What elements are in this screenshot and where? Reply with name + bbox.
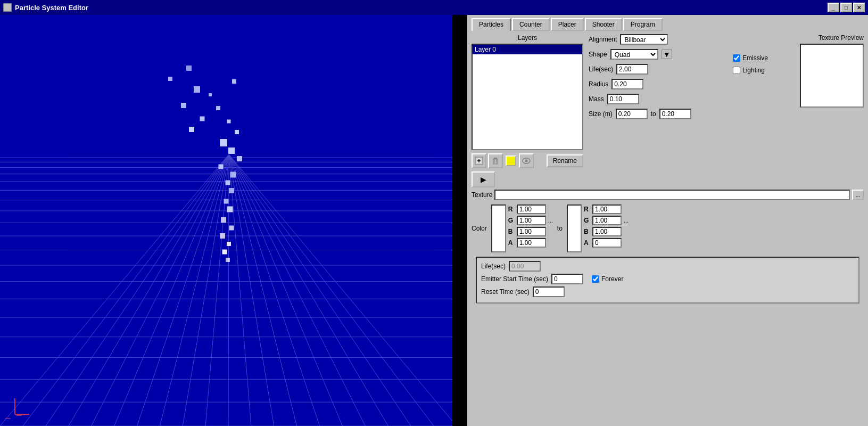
color-from-b-input[interactable] [517, 227, 546, 236]
size-to-input[interactable] [659, 109, 691, 119]
texture-label: Texture [472, 191, 492, 199]
tab-counter[interactable]: Counter [512, 18, 550, 31]
alignment-row: Alignment Billboar [589, 34, 722, 45]
color-from-inputs: R G ... B A [508, 204, 553, 248]
color-from-g-input[interactable] [517, 216, 546, 225]
tabs-row: Particles Counter Placer Shooter Program [467, 15, 868, 31]
layers-title: Layers [472, 34, 583, 42]
radius-label: Radius [589, 80, 608, 88]
color-g-label: G [508, 217, 515, 224]
color-to-inputs: R G ... B A [584, 204, 629, 248]
emitter-start-label: Emitter Start Time (sec) [481, 275, 548, 283]
lighting-label: Lighting [742, 67, 765, 74]
radius-input[interactable] [611, 79, 643, 89]
color-to-r-label: R [584, 206, 590, 213]
svg-point-10 [525, 160, 528, 162]
layer-buttons: Rename [472, 153, 583, 168]
tab-particles[interactable]: Particles [472, 18, 511, 31]
color-from-dots-button[interactable]: ... [548, 217, 553, 224]
lighting-checkbox[interactable] [733, 67, 740, 74]
color-to-r-input[interactable] [592, 204, 622, 214]
color-b-label: B [508, 228, 515, 235]
size-row: Size (m) to [589, 109, 722, 119]
color-to-a-row: A [584, 238, 629, 248]
size-label: Size (m) [589, 110, 613, 118]
svg-rect-6 [493, 159, 498, 164]
alignment-select[interactable]: Billboar [620, 34, 668, 45]
color-to-b-input[interactable] [592, 227, 622, 236]
layers-list[interactable]: Layer 0 [472, 44, 583, 150]
color-to-preview [567, 204, 582, 252]
color-from-a-input[interactable] [517, 238, 546, 248]
color-label: Color [472, 225, 487, 232]
shape-select[interactable]: Quad [610, 49, 658, 60]
title-bar: Particle System Editor _ □ ✕ [0, 0, 868, 15]
tab-shooter[interactable]: Shooter [585, 18, 622, 31]
color-to-block: R G ... B A [567, 204, 629, 252]
emitter-start-row: Emitter Start Time (sec) Forever [481, 274, 854, 284]
emissive-label: Emissive [742, 54, 768, 62]
color-to-r-row: R [584, 204, 629, 214]
layer-item[interactable]: Layer 0 [473, 45, 582, 54]
color-from-r-input[interactable] [517, 204, 546, 214]
shape-label: Shape [589, 51, 607, 58]
play-button[interactable]: ▶ [472, 171, 495, 187]
rename-button[interactable]: Rename [547, 154, 583, 167]
mass-input[interactable] [607, 94, 639, 104]
viewport: — [0, 15, 467, 426]
window-title: Particle System Editor [15, 4, 824, 12]
texture-browse-button[interactable]: ... [852, 190, 864, 200]
size-to-label: to [651, 110, 656, 118]
shape-row: Shape Quad ▼ [589, 49, 722, 60]
color-to-g-row: G ... [584, 216, 629, 225]
color-section: Color R G ... [472, 204, 864, 252]
color-to-a-label: A [584, 239, 590, 247]
emitter-life-row: Life(sec) [481, 261, 854, 272]
checkboxes: Emissive Lighting [733, 54, 768, 108]
tab-placer[interactable]: Placer [551, 18, 584, 31]
main-container: — Particles Counter Placer Shooter Progr… [0, 15, 868, 426]
shape-dropdown-icon[interactable]: ▼ [662, 50, 672, 59]
window-controls: _ □ ✕ [828, 3, 865, 12]
size-from-input[interactable] [616, 109, 648, 119]
emitter-life-label: Life(sec) [481, 263, 506, 270]
close-button[interactable]: ✕ [853, 3, 865, 12]
color-to-g-input[interactable] [592, 216, 622, 225]
life-row: Life(sec) [589, 64, 722, 75]
alignment-label: Alignment [589, 36, 617, 43]
emissive-row: Emissive [733, 54, 768, 62]
emitter-reset-input[interactable] [533, 286, 565, 297]
emitter-reset-row: Reset Time (sec) [481, 286, 854, 297]
tab-program[interactable]: Program [623, 18, 663, 31]
color-to-dots-button[interactable]: ... [624, 217, 629, 224]
app-icon [3, 3, 12, 12]
svg-rect-4 [494, 158, 497, 159]
mass-label: Mass [589, 95, 604, 103]
radius-row: Radius [589, 79, 722, 89]
color-to-g-label: G [584, 217, 590, 224]
particle-canvas [0, 15, 467, 426]
life-input[interactable] [616, 64, 648, 75]
color-r-label: R [508, 206, 515, 213]
axis-indicator: — [5, 415, 11, 421]
add-layer-button[interactable] [472, 153, 486, 168]
minimize-button[interactable]: _ [828, 3, 839, 12]
color-from-a-row: A [508, 238, 553, 248]
texture-input[interactable] [494, 190, 850, 200]
color-to-a-input[interactable] [592, 238, 622, 248]
playback-row: ▶ [472, 171, 864, 187]
delete-layer-button[interactable] [488, 153, 503, 168]
visibility-button[interactable] [519, 153, 534, 168]
color-to-b-label: B [584, 228, 590, 235]
texture-row: Texture ... [472, 190, 864, 200]
color-layer-button[interactable] [506, 155, 516, 166]
lighting-row: Lighting [733, 67, 768, 74]
color-from-block: R G ... B A [491, 204, 553, 252]
right-options: Texture Preview Emissive Lighting [733, 34, 864, 168]
color-to-b-row: B [584, 227, 629, 236]
emissive-checkbox[interactable] [733, 54, 740, 62]
forever-checkbox[interactable] [592, 275, 599, 283]
right-panel: Particles Counter Placer Shooter Program… [467, 15, 868, 426]
emitter-start-input[interactable] [551, 274, 583, 284]
maximize-button[interactable]: □ [840, 3, 852, 12]
